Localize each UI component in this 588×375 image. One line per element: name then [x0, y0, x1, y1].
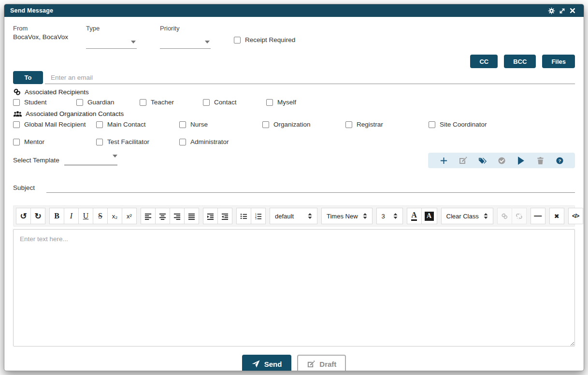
help-icon[interactable]: ? — [550, 155, 569, 166]
checkbox-label: Main Contact — [107, 121, 146, 128]
superscript-button[interactable]: x² — [122, 208, 137, 224]
subscript-button[interactable]: x₂ — [107, 208, 122, 224]
people-icon — [13, 111, 22, 117]
italic-button[interactable]: I — [64, 208, 79, 224]
org-checkbox-mentor[interactable]: Mentor — [13, 138, 96, 145]
tags-icon[interactable] — [473, 155, 492, 166]
type-select[interactable] — [86, 38, 137, 49]
files-button[interactable]: Files — [542, 55, 575, 68]
link-icon — [13, 88, 21, 96]
horizontal-rule-button[interactable]: — — [531, 208, 545, 224]
undo-button[interactable]: ↺ — [16, 208, 31, 224]
size-select[interactable]: 3 — [376, 208, 403, 224]
subject-input[interactable] — [46, 181, 575, 193]
send-button[interactable]: Send — [242, 355, 292, 371]
chevron-down-icon — [113, 155, 117, 158]
approve-icon[interactable] — [492, 155, 511, 166]
svg-text:3: 3 — [255, 217, 257, 220]
checkbox-box[interactable] — [345, 121, 352, 128]
unlink-icon[interactable] — [512, 208, 527, 224]
clear-format-button[interactable]: ✖ — [549, 208, 564, 224]
checkbox-box[interactable] — [179, 121, 186, 128]
checkbox-label: Contact — [214, 99, 237, 106]
ordered-list-icon[interactable]: 1 2 3 — [251, 208, 266, 224]
background-color-glyph: A — [425, 212, 434, 221]
underline-button[interactable]: U — [78, 208, 93, 224]
svg-text:?: ? — [558, 158, 561, 163]
recipient-checkbox-student[interactable]: Student — [13, 99, 76, 106]
checkbox-box[interactable] — [266, 99, 273, 106]
from-block: From BocaVox, BocaVox — [13, 25, 86, 49]
org-checkbox-registrar[interactable]: Registrar — [345, 121, 429, 128]
message-body-editor[interactable] — [13, 229, 575, 346]
recipient-checkbox-teacher[interactable]: Teacher — [140, 99, 203, 106]
style-select[interactable]: default — [270, 208, 317, 224]
expand-icon[interactable] — [557, 6, 567, 15]
priority-field: Priority — [160, 25, 234, 49]
indent-icon[interactable] — [203, 208, 218, 224]
checkbox-label: Myself — [277, 99, 296, 106]
associated-org-contacts-title: Associated Organization Contacts — [26, 110, 124, 117]
checkbox-box[interactable] — [234, 37, 241, 43]
checkbox-box[interactable] — [76, 99, 83, 106]
org-checkbox-nurse[interactable]: Nurse — [179, 121, 262, 128]
align-right-icon[interactable] — [170, 208, 185, 224]
recipient-checkbox-myself[interactable]: Myself — [266, 99, 330, 106]
checkbox-box[interactable] — [262, 121, 269, 128]
paper-plane-icon — [252, 360, 260, 368]
checkbox-box[interactable] — [179, 139, 186, 145]
strikethrough-button[interactable]: S — [93, 208, 108, 224]
align-justify-icon[interactable] — [184, 208, 199, 224]
org-checkbox-main-contact[interactable]: Main Contact — [96, 121, 179, 128]
checkbox-box[interactable] — [96, 139, 103, 145]
outdent-icon[interactable] — [217, 208, 232, 224]
email-input[interactable] — [45, 71, 575, 84]
receipt-required-checkbox[interactable]: Receipt Required — [234, 31, 295, 49]
priority-select[interactable] — [160, 38, 211, 49]
delete-icon[interactable] — [531, 155, 550, 166]
unordered-list-icon[interactable] — [236, 208, 251, 224]
chevron-down-icon — [205, 41, 210, 43]
close-icon[interactable] — [567, 6, 578, 15]
to-button[interactable]: To — [13, 71, 43, 84]
checkbox-box[interactable] — [13, 99, 20, 106]
associated-recipients-title: Associated Recipients — [25, 88, 89, 96]
size-select-value: 3 — [382, 213, 388, 220]
link-icon[interactable] — [497, 208, 512, 224]
draft-button[interactable]: Draft — [297, 355, 346, 371]
run-icon[interactable] — [511, 155, 531, 166]
org-checkbox-administrator[interactable]: Administrator — [179, 138, 262, 145]
sort-arrows-icon — [363, 213, 367, 219]
checkbox-box[interactable] — [203, 99, 210, 106]
checkbox-box[interactable] — [140, 99, 146, 106]
code-view-button[interactable]: </> — [568, 208, 583, 224]
history-group: ↺ ↻ — [16, 208, 45, 224]
redo-button[interactable]: ↻ — [30, 208, 45, 224]
bcc-button[interactable]: BCC — [504, 55, 536, 68]
align-group — [141, 208, 199, 224]
gear-icon[interactable] — [546, 6, 557, 15]
bold-button[interactable]: B — [49, 208, 64, 224]
to-row: To — [13, 71, 575, 84]
font-color-button[interactable]: A — [407, 208, 422, 224]
checkbox-box[interactable] — [13, 139, 20, 145]
background-color-button[interactable]: A — [421, 208, 437, 224]
org-checkbox-organization[interactable]: Organization — [262, 121, 345, 128]
recipient-checkbox-guardian[interactable]: Guardian — [76, 99, 140, 106]
edit-icon[interactable] — [453, 155, 473, 166]
align-center-icon[interactable] — [155, 208, 170, 224]
org-checkbox-global-mail-recipient[interactable]: Global Mail Recipient — [13, 121, 96, 128]
add-icon[interactable] — [434, 155, 453, 166]
cc-button[interactable]: CC — [470, 55, 498, 68]
font-select[interactable]: Times New — [321, 208, 373, 224]
checkbox-label: Registrar — [357, 121, 383, 128]
org-checkbox-site-coordinator[interactable]: Site Coordinator — [429, 121, 512, 128]
align-left-icon[interactable] — [141, 208, 156, 224]
org-checkbox-test-facilitator[interactable]: Test Facilitator — [96, 138, 179, 145]
checkbox-box[interactable] — [96, 121, 103, 128]
recipient-checkbox-contact[interactable]: Contact — [203, 99, 266, 106]
checkbox-box[interactable] — [429, 121, 435, 128]
checkbox-box[interactable] — [13, 121, 20, 128]
template-select[interactable] — [64, 156, 117, 165]
class-select[interactable]: Clear Class — [441, 208, 493, 224]
